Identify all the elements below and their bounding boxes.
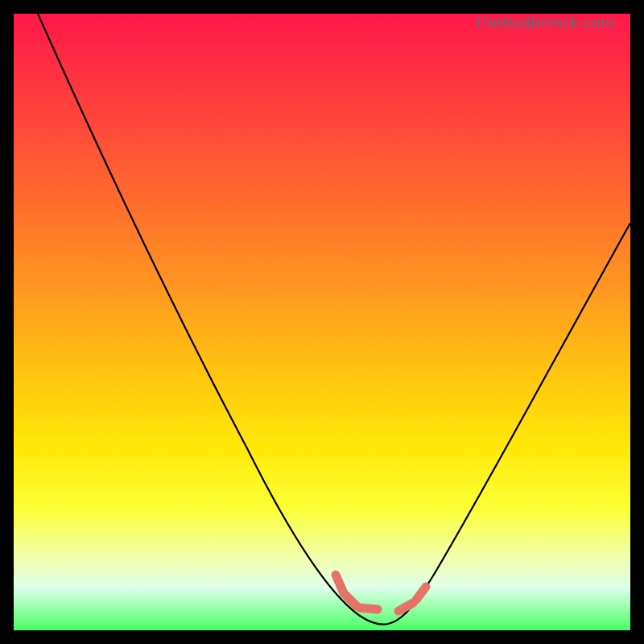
plot-area: TheBottleneck.com — [14, 14, 630, 630]
marker-seg — [336, 575, 344, 593]
left-marker-group — [336, 575, 378, 609]
marker-seg — [416, 587, 426, 600]
marker-seg — [360, 608, 378, 609]
chart-stage: TheBottleneck.com — [0, 0, 644, 644]
marker-seg — [398, 603, 413, 611]
curve-layer — [14, 14, 630, 630]
bottleneck-curve — [38, 14, 630, 625]
right-marker-group — [398, 587, 426, 611]
